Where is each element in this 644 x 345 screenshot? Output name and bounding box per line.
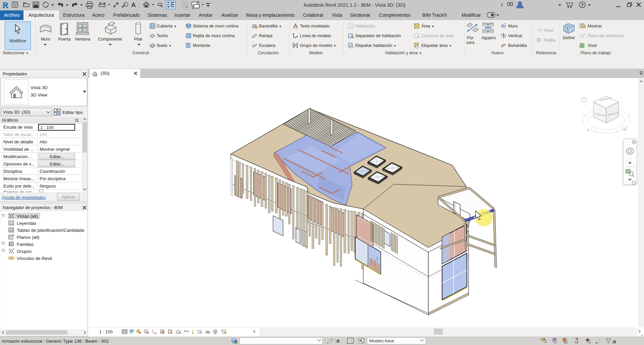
svg-text:1: 1 — [124, 3, 126, 6]
svg-text::0: :0 — [612, 339, 616, 344]
svg-text:S: S — [587, 129, 589, 132]
svg-text:?: ? — [581, 2, 584, 8]
svg-text:A: A — [131, 1, 136, 8]
